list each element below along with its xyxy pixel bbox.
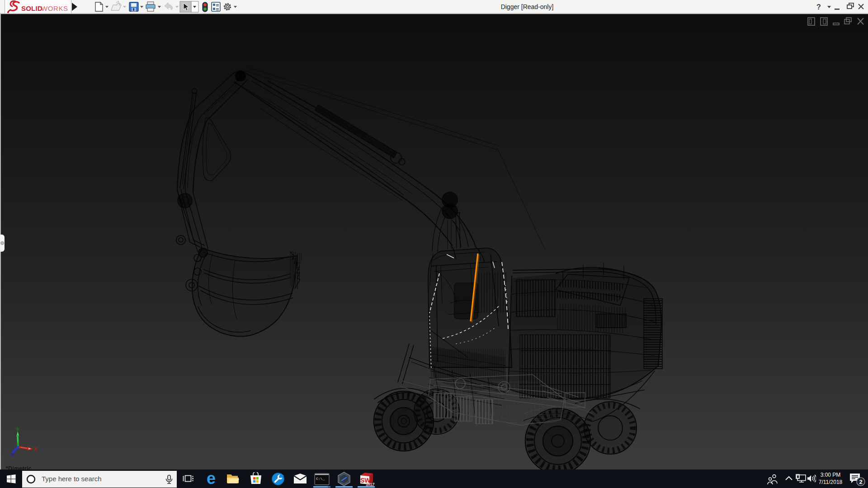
- svg-text:C:\_: C:\_: [316, 477, 325, 481]
- svg-text:2017: 2017: [366, 482, 375, 487]
- svg-text:2: 2: [859, 479, 863, 485]
- svg-text:WORKS: WORKS: [41, 5, 68, 12]
- svg-text:?: ?: [816, 3, 821, 11]
- svg-text:SOLID: SOLID: [21, 5, 42, 12]
